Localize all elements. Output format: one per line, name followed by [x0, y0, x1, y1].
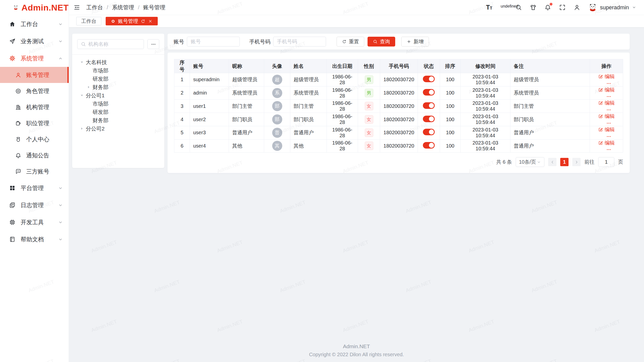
- chat-icon: [15, 168, 21, 175]
- tree-node-label: 分公司2: [86, 125, 105, 132]
- sidebar-subitem-chat[interactable]: 三方账号: [0, 163, 69, 179]
- sidebar-item-home[interactable]: 工作台: [0, 16, 69, 33]
- gender-badge: 女: [365, 115, 373, 124]
- account-input[interactable]: [187, 37, 240, 47]
- breadcrumb-item[interactable]: 账号管理: [143, 4, 165, 11]
- theme-icon[interactable]: [530, 4, 537, 11]
- sidebar-subitem-bell[interactable]: 通知公告: [0, 147, 69, 163]
- caret-down-icon[interactable]: [80, 93, 84, 98]
- tree-node[interactable]: 研发部: [77, 75, 159, 83]
- add-button[interactable]: 新增: [401, 37, 429, 47]
- row-more-icon[interactable]: [606, 147, 612, 152]
- notification-badge: [550, 3, 552, 6]
- row-more-icon[interactable]: [606, 94, 612, 99]
- phone-input[interactable]: [273, 37, 326, 47]
- breadcrumb-item[interactable]: 工作台: [86, 4, 103, 11]
- org-search-input[interactable]: [88, 41, 140, 47]
- bell-icon: [15, 152, 21, 159]
- home-icon: [9, 21, 16, 27]
- reset-button[interactable]: 重置: [337, 37, 364, 47]
- sidebar-item-send[interactable]: 业务测试: [0, 33, 69, 50]
- cell-status: [418, 126, 440, 139]
- tree-node[interactable]: 分公司1: [77, 91, 159, 100]
- tree-node-label: 财务部: [93, 84, 108, 91]
- sidebar-subitem-position[interactable]: 职位管理: [0, 115, 69, 131]
- sidebar-subitem-user[interactable]: 账号管理: [0, 67, 69, 83]
- breadcrumb-item[interactable]: 系统管理: [112, 4, 134, 11]
- fullscreen-icon[interactable]: [559, 4, 566, 11]
- edit-button[interactable]: 编辑: [598, 113, 615, 120]
- cell-sort: 100: [440, 139, 461, 153]
- prev-page-button[interactable]: [548, 158, 556, 166]
- main-content: 大名科技市场部研发部财务部分公司1市场部研发部财务部分公司2 账号 手机号码 重…: [69, 27, 644, 362]
- row-more-icon[interactable]: [606, 120, 612, 126]
- tree-node[interactable]: 研发部: [77, 108, 159, 116]
- tree-node[interactable]: 市场部: [77, 100, 159, 108]
- notification-icon[interactable]: [544, 4, 551, 11]
- cell-no: 1: [174, 73, 190, 86]
- edit-button[interactable]: 编辑: [598, 126, 615, 133]
- tab-active[interactable]: 账号管理: [106, 17, 158, 25]
- sidebar-subitem-roles[interactable]: 角色管理: [0, 83, 69, 99]
- sidebar-subitem-profile[interactable]: 个人中心: [0, 131, 69, 147]
- font-size-icon[interactable]: TT: [486, 4, 493, 11]
- chevron-down-icon: [632, 5, 636, 10]
- current-page[interactable]: 1: [560, 158, 569, 166]
- user-menu[interactable]: superadmin: [588, 3, 636, 12]
- status-toggle[interactable]: [423, 142, 435, 149]
- cell-remark: 普通用户: [510, 126, 590, 139]
- edit-button[interactable]: 编辑: [598, 86, 615, 93]
- cell-no: 4: [174, 113, 190, 126]
- tree-node[interactable]: 财务部: [77, 116, 159, 124]
- language-icon[interactable]: undefined: [501, 4, 507, 11]
- column-header: 修改时间: [461, 59, 510, 73]
- menu-collapse-icon[interactable]: [73, 4, 80, 11]
- cell-gender: 女: [358, 126, 380, 139]
- status-toggle[interactable]: [423, 102, 435, 109]
- status-toggle[interactable]: [423, 129, 435, 135]
- search-icon[interactable]: [515, 4, 522, 11]
- next-page-button[interactable]: [572, 158, 581, 166]
- cell-gender: 女: [358, 139, 380, 153]
- status-toggle[interactable]: [423, 76, 435, 82]
- tab-refresh-icon[interactable]: [141, 19, 145, 24]
- caret-down-icon[interactable]: [80, 60, 84, 64]
- log-icon: [9, 202, 16, 208]
- sidebar-item-gear[interactable]: 系统管理: [0, 50, 69, 67]
- status-toggle[interactable]: [423, 116, 435, 122]
- tree-node[interactable]: 分公司2: [77, 124, 159, 133]
- row-more-icon[interactable]: [606, 134, 612, 139]
- row-more-icon[interactable]: [606, 81, 612, 86]
- cell-sort: 100: [440, 86, 461, 100]
- cell-account: user4: [190, 139, 229, 153]
- query-button[interactable]: 查询: [368, 37, 395, 47]
- sidebar-subitem-label: 角色管理: [26, 87, 63, 95]
- cell-status: [418, 113, 440, 126]
- status-toggle[interactable]: [423, 89, 435, 96]
- tree-node[interactable]: 大名科技: [77, 58, 159, 66]
- tree-node[interactable]: 市场部: [77, 66, 159, 75]
- tree-node-label: 市场部: [93, 100, 108, 107]
- caret-right-icon[interactable]: [87, 85, 91, 89]
- caret-right-icon[interactable]: [80, 126, 84, 131]
- sidebar-subitem-org[interactable]: 机构管理: [0, 99, 69, 115]
- tab[interactable]: 工作台: [76, 17, 101, 25]
- tab-close-icon[interactable]: [148, 19, 153, 24]
- edit-button[interactable]: 编辑: [598, 100, 615, 106]
- sidebar-item-grid[interactable]: 平台管理: [0, 179, 69, 197]
- goto-page-input[interactable]: [598, 157, 614, 167]
- sidebar-item-chip[interactable]: 开发工具: [0, 214, 69, 231]
- sidebar-item-book[interactable]: 帮助文档: [0, 231, 69, 248]
- user-icon[interactable]: [574, 4, 580, 11]
- page-size-select[interactable]: 10条/页: [516, 157, 544, 167]
- edit-button[interactable]: 编辑: [598, 140, 615, 146]
- org-more-button[interactable]: [147, 39, 159, 49]
- tree-node[interactable]: 财务部: [77, 83, 159, 91]
- column-header: 操作: [590, 59, 623, 73]
- sidebar-item-log[interactable]: 日志管理: [0, 197, 69, 214]
- cell-remark: 系统管理员: [510, 86, 590, 100]
- sidebar-item-label: 开发工具: [21, 218, 58, 226]
- row-more-icon[interactable]: [606, 107, 612, 113]
- cell-name: 其他: [290, 139, 327, 153]
- edit-button[interactable]: 编辑: [598, 73, 615, 80]
